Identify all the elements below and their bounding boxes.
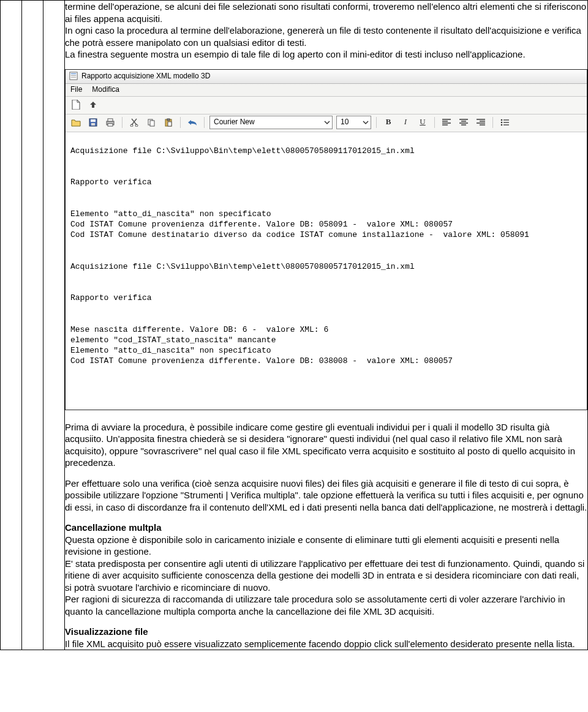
margin-col-1 (1, 1, 22, 650)
bold-button[interactable]: B (382, 116, 395, 129)
svg-rect-6 (91, 123, 95, 126)
separator-icon (122, 117, 123, 128)
new-doc-icon[interactable] (69, 98, 83, 111)
italic-button[interactable]: I (399, 116, 412, 129)
align-center-icon[interactable] (457, 116, 470, 129)
layout-table: termine dell'operazione, se alcuni dei f… (0, 0, 588, 650)
menubar: File Modifica (66, 84, 587, 97)
fontsize-value: 10 (341, 118, 349, 127)
window-titlebar: Rapporto acquisizione XML modello 3D (66, 70, 587, 84)
svg-point-18 (501, 121, 503, 123)
font-select-value: Courier New (214, 118, 255, 127)
separator-icon (376, 117, 377, 128)
paragraph: Per ragioni di sicurezza di raccomanda d… (65, 593, 587, 617)
svg-point-17 (501, 119, 503, 121)
paragraph: Questa opzione è disponibile solo in car… (65, 534, 587, 558)
app-icon (69, 72, 78, 80)
copy-icon[interactable] (145, 116, 158, 129)
paragraph: La finestra seguente mostra un esempio d… (65, 48, 587, 61)
paragraph: Per effettuare solo una verifica (cioè s… (65, 478, 587, 514)
paragraph: In ogni caso la procedura al termine del… (65, 24, 587, 48)
heading: Visualizzazione file (65, 626, 587, 638)
align-left-icon[interactable] (440, 116, 453, 129)
editor-window: Rapporto acquisizione XML modello 3D Fil… (65, 69, 587, 410)
svg-rect-8 (108, 119, 113, 121)
paragraph: termine dell'operazione, se alcuni dei f… (65, 1, 587, 24)
chevron-down-icon (324, 119, 330, 126)
margin-col-3 (43, 1, 65, 650)
svg-rect-1 (71, 73, 77, 75)
chevron-down-icon (363, 119, 369, 126)
content-cell: termine dell'operazione, se alcuni dei f… (65, 1, 588, 650)
separator-icon (180, 117, 181, 128)
fontsize-select[interactable]: 10 (336, 116, 371, 129)
svg-rect-16 (168, 122, 172, 126)
underline-button[interactable]: U (416, 116, 429, 129)
paragraph: Il file XML acquisito può essere visuali… (65, 638, 587, 650)
open-icon[interactable] (69, 116, 83, 129)
menu-modifica[interactable]: Modifica (92, 85, 119, 95)
font-select[interactable]: Courier New (209, 116, 333, 129)
margin-col-2 (22, 1, 43, 650)
bullets-icon[interactable] (498, 116, 511, 129)
editor-body[interactable]: Acquisizione file C:\Sviluppo\Bin\temp\e… (66, 132, 587, 410)
heading: Cancellazione multpla (65, 522, 587, 534)
svg-rect-15 (167, 119, 170, 121)
undo-icon[interactable] (186, 116, 199, 129)
svg-rect-3 (71, 77, 77, 78)
svg-rect-2 (71, 75, 77, 76)
window-title: Rapporto acquisizione XML modello 3D (81, 72, 210, 81)
save-icon[interactable] (86, 116, 100, 129)
svg-rect-5 (91, 119, 96, 122)
toolbar-row-1 (66, 97, 587, 114)
svg-rect-13 (150, 121, 154, 126)
separator-icon (204, 117, 205, 128)
paste-icon[interactable] (162, 116, 175, 129)
align-right-icon[interactable] (474, 116, 488, 129)
toolbar-row-2: Courier New 10 B I U (66, 114, 587, 132)
separator-icon (492, 117, 493, 128)
menu-file[interactable]: File (70, 85, 82, 95)
svg-point-19 (501, 124, 503, 126)
svg-rect-9 (108, 124, 113, 126)
up-arrow-icon[interactable] (86, 98, 100, 111)
paragraph: Prima di avviare la procedura, è possibi… (65, 421, 587, 469)
paragraph: E' stata predisposta per consentire agli… (65, 558, 587, 594)
print-icon[interactable] (104, 116, 117, 129)
cut-icon[interactable] (127, 116, 141, 129)
separator-icon (434, 117, 435, 128)
